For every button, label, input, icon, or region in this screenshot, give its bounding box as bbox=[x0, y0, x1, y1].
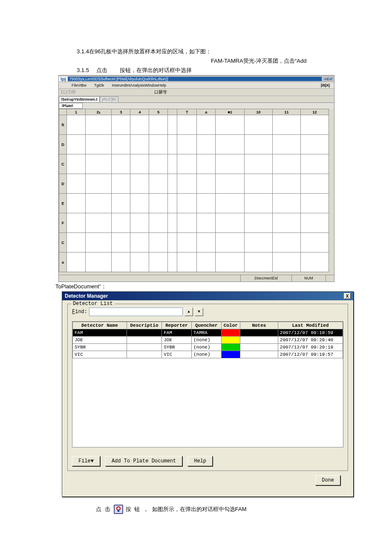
plate-well[interactable] bbox=[245, 233, 273, 253]
tab-other[interactable]: yRc2']ltr\ bbox=[100, 96, 119, 102]
plate-well[interactable] bbox=[130, 194, 149, 213]
find-up-button[interactable]: ▲ bbox=[184, 308, 193, 316]
plate-well[interactable] bbox=[130, 174, 149, 194]
plate-well[interactable] bbox=[168, 213, 177, 233]
plate-well[interactable] bbox=[177, 135, 197, 154]
plate-well[interactable] bbox=[67, 213, 86, 233]
plate-well[interactable] bbox=[197, 194, 216, 213]
detector-col-header[interactable]: Quencher bbox=[191, 322, 221, 329]
plate-well[interactable] bbox=[300, 233, 329, 253]
plate-well[interactable] bbox=[216, 174, 245, 194]
plate-well[interactable] bbox=[197, 233, 216, 253]
plate-well[interactable] bbox=[300, 154, 329, 174]
plate-well[interactable] bbox=[300, 194, 329, 213]
plate-well[interactable] bbox=[130, 213, 149, 233]
plate-well[interactable] bbox=[273, 213, 301, 233]
done-button[interactable]: Done bbox=[315, 475, 340, 485]
detector-col-header[interactable]: Detector Name bbox=[73, 322, 127, 329]
plate-well[interactable] bbox=[273, 154, 301, 174]
plate-well[interactable] bbox=[197, 154, 216, 174]
plate-well[interactable] bbox=[273, 194, 301, 213]
plate-well[interactable] bbox=[168, 174, 177, 194]
tab-setup[interactable]: /SeirupYIn5trmnen.t bbox=[59, 96, 100, 102]
plate-well[interactable] bbox=[85, 253, 112, 272]
menu-tgidk[interactable]: TgiDk bbox=[94, 83, 104, 87]
detector-col-header[interactable]: Reporter bbox=[162, 322, 192, 329]
plate-well[interactable] bbox=[112, 154, 130, 174]
plate-well[interactable] bbox=[177, 154, 197, 174]
plate-well[interactable] bbox=[273, 115, 301, 135]
detector-row[interactable]: JOEJOE(none)2007/12/07 09:20:40 bbox=[73, 337, 343, 344]
plate-well[interactable] bbox=[300, 213, 329, 233]
plate-well[interactable] bbox=[85, 174, 112, 194]
plate-well[interactable] bbox=[197, 253, 216, 272]
plate-well[interactable] bbox=[67, 253, 86, 272]
plate-well[interactable] bbox=[149, 233, 168, 253]
plate-well[interactable] bbox=[130, 115, 149, 135]
plate-well[interactable] bbox=[112, 174, 130, 194]
plate-well[interactable] bbox=[85, 194, 112, 213]
file-button[interactable]: File▼ bbox=[72, 456, 100, 466]
plate-well[interactable] bbox=[216, 233, 245, 253]
plate-well[interactable] bbox=[245, 154, 273, 174]
plate-well[interactable] bbox=[245, 174, 273, 194]
menu-file[interactable]: FileViBw bbox=[72, 83, 86, 87]
help-button[interactable]: Help bbox=[187, 456, 213, 466]
plate-well[interactable] bbox=[216, 154, 245, 174]
plate-well[interactable] bbox=[177, 253, 197, 272]
detector-col-header[interactable]: Notes bbox=[240, 322, 278, 329]
plate-well[interactable] bbox=[216, 115, 245, 135]
plate-well[interactable] bbox=[300, 135, 329, 154]
subwindow-controls[interactable]: |i5|X| bbox=[321, 83, 330, 87]
plate-well[interactable] bbox=[300, 174, 329, 194]
plate-well[interactable] bbox=[149, 135, 168, 154]
plate-well[interactable] bbox=[112, 253, 130, 272]
detector-row[interactable]: SYBRSYBR(none)2007/12/07 09:20:19 bbox=[73, 344, 343, 351]
plate-well[interactable] bbox=[177, 194, 197, 213]
plate-well[interactable] bbox=[177, 115, 197, 135]
plate-well[interactable] bbox=[197, 213, 216, 233]
plate-well[interactable] bbox=[149, 194, 168, 213]
plate-well[interactable] bbox=[273, 135, 301, 154]
plate-well[interactable] bbox=[130, 135, 149, 154]
plate-well[interactable] bbox=[112, 194, 130, 213]
plate-well[interactable] bbox=[168, 154, 177, 174]
plate-well[interactable] bbox=[112, 213, 130, 233]
close-icon[interactable]: X bbox=[344, 293, 351, 299]
plate-well[interactable] bbox=[245, 194, 273, 213]
detector-row[interactable]: VICVIC(none)2007/12/07 09:19:57 bbox=[73, 351, 343, 358]
detector-table[interactable]: Detector NameDescriptioReporterQuencherC… bbox=[72, 322, 343, 358]
plate-well[interactable] bbox=[67, 154, 86, 174]
plate-well[interactable] bbox=[85, 213, 112, 233]
detector-col-header[interactable]: Last Modified bbox=[278, 322, 343, 329]
plate-well[interactable] bbox=[168, 135, 177, 154]
detector-col-header[interactable]: Color bbox=[221, 322, 240, 329]
plate-well[interactable] bbox=[300, 253, 329, 272]
plate-well[interactable] bbox=[245, 213, 273, 233]
plate-well[interactable] bbox=[273, 233, 301, 253]
toolbar-left[interactable]: 1口①田 bbox=[59, 89, 78, 95]
find-down-button[interactable]: ▼ bbox=[195, 308, 203, 316]
plate-well[interactable] bbox=[197, 115, 216, 135]
plate-well[interactable] bbox=[168, 115, 177, 135]
plate-well[interactable] bbox=[67, 233, 86, 253]
plate-well[interactable] bbox=[112, 135, 130, 154]
plate-grid[interactable]: 12₁345Ta■1101112 ftDCDEFCa bbox=[59, 109, 329, 272]
plate-well[interactable] bbox=[130, 154, 149, 174]
plate-well[interactable] bbox=[112, 233, 130, 253]
plate-well[interactable] bbox=[149, 154, 168, 174]
plate-well[interactable] bbox=[168, 194, 177, 213]
menubar[interactable]: FileViBw TgiDk InstrumBntAnalysisWindowH… bbox=[59, 82, 334, 88]
plate-well[interactable] bbox=[216, 194, 245, 213]
plate-well[interactable] bbox=[130, 253, 149, 272]
menu-instrum[interactable]: InstrumBntAnalysisWindowHelp bbox=[112, 83, 166, 87]
plate-tab[interactable]: /Plate\ bbox=[59, 103, 83, 109]
plate-well[interactable] bbox=[177, 174, 197, 194]
find-input[interactable] bbox=[89, 308, 183, 316]
detector-col-header[interactable]: Descriptio bbox=[127, 322, 161, 329]
plate-well[interactable] bbox=[149, 213, 168, 233]
plate-well[interactable] bbox=[177, 233, 197, 253]
plate-well[interactable] bbox=[197, 135, 216, 154]
plate-well[interactable] bbox=[273, 174, 301, 194]
plate-well[interactable] bbox=[85, 115, 112, 135]
